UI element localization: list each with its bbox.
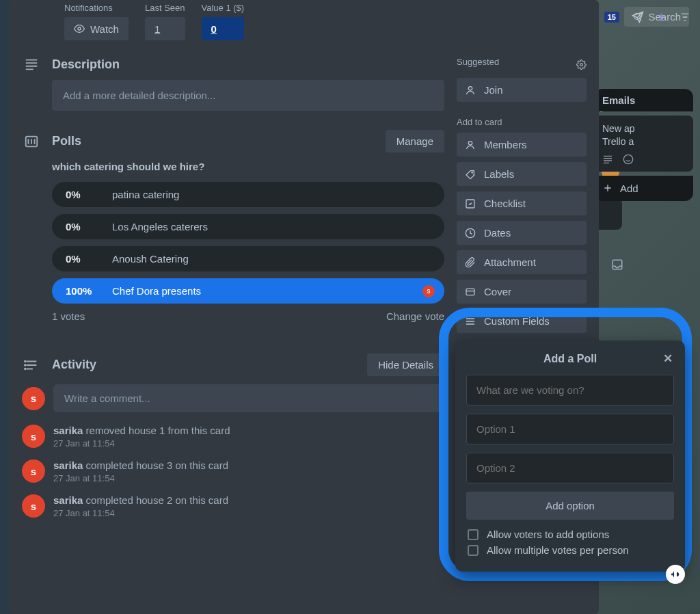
svg-rect-14 <box>466 289 474 295</box>
card-header-fields: Notifications Watch Last Seen 1 Value 1 … <box>22 0 587 40</box>
poll-option-1-input[interactable] <box>466 414 674 444</box>
user-avatar: s <box>22 494 45 518</box>
description-icon <box>22 57 41 72</box>
voter-badge: s <box>422 285 435 297</box>
dates-button[interactable]: Dates <box>457 221 587 245</box>
custom-fields-button[interactable]: Custom Fields <box>457 309 587 333</box>
cover-icon <box>465 286 476 297</box>
megaphone-icon[interactable] <box>666 565 685 584</box>
manage-polls-button[interactable]: Manage <box>386 130 444 152</box>
emoji-icon <box>623 154 634 165</box>
value1-label: Value 1 ($) <box>202 3 245 13</box>
value1-value[interactable]: 0 <box>202 17 245 40</box>
clock-icon <box>465 228 476 239</box>
search-placeholder: Search <box>648 11 681 23</box>
polls-title: Polls <box>52 134 375 148</box>
attachment-button[interactable]: Attachment <box>457 250 587 274</box>
poll-option[interactable]: 0% Los Angeles caterers <box>52 214 444 239</box>
lastseen-value[interactable]: 1 <box>145 17 185 40</box>
activity-item: s sarika removed house 1 from this card … <box>22 425 444 449</box>
allow-multi-vote-checkbox[interactable]: Allow multiple votes per person <box>466 542 674 558</box>
user-avatar: s <box>22 425 45 448</box>
tray-icon[interactable] <box>611 258 623 271</box>
search-input[interactable]: Search <box>624 7 689 27</box>
lastseen-label: Last Seen <box>145 3 185 13</box>
notification-badge: 15 <box>604 12 619 23</box>
notifications-label: Notifications <box>64 3 129 13</box>
poll-question: which catering should we hire? <box>52 161 444 172</box>
vote-count: 1 votes <box>52 310 85 322</box>
svg-point-9 <box>468 86 472 90</box>
close-icon[interactable]: ✕ <box>663 351 673 366</box>
svg-point-8 <box>580 64 583 66</box>
activity-section: Activity Hide Details s Write a comment.… <box>22 353 444 518</box>
labels-button[interactable]: Labels <box>457 162 587 186</box>
description-section: Description Add a more detailed descript… <box>22 57 444 111</box>
cover-button[interactable]: Cover <box>457 280 587 304</box>
checklist-button[interactable]: Checklist <box>457 191 587 215</box>
change-vote-link[interactable]: Change vote <box>386 310 444 322</box>
description-title: Description <box>52 57 444 72</box>
board-card[interactable]: New ap Trello a <box>594 116 693 172</box>
poll-option-2-input[interactable] <box>466 453 674 483</box>
members-button[interactable]: Members <box>457 133 587 157</box>
activity-time: 27 Jan at 11:54 <box>53 508 444 518</box>
add-poll-popover: Add a Poll ✕ Add option Allow voters to … <box>455 341 685 572</box>
column-title: Emails <box>602 94 635 106</box>
svg-point-7 <box>25 368 26 369</box>
user-icon <box>465 139 476 150</box>
svg-point-3 <box>78 27 81 30</box>
watch-button[interactable]: Watch <box>64 17 129 40</box>
activity-time: 27 Jan at 11:54 <box>53 473 444 483</box>
add-card-button[interactable]: Add <box>594 176 693 201</box>
poll-option[interactable]: 0% patina catering <box>52 182 444 207</box>
polls-icon <box>22 134 41 149</box>
align-icon <box>602 154 613 165</box>
hide-details-button[interactable]: Hide Details <box>367 353 444 376</box>
svg-point-2 <box>623 155 632 163</box>
column-header: Emails <box>594 89 693 111</box>
activity-title: Activity <box>52 358 356 372</box>
svg-point-10 <box>468 141 472 144</box>
tag-icon <box>465 169 476 180</box>
fields-icon <box>465 316 476 327</box>
svg-point-11 <box>472 172 472 172</box>
user-avatar: s <box>22 387 45 410</box>
popover-title: Add a Poll <box>543 353 597 364</box>
user-avatar: s <box>22 459 45 483</box>
svg-point-5 <box>25 360 26 362</box>
gear-icon[interactable] <box>576 59 587 70</box>
svg-point-0 <box>634 14 641 20</box>
board-column: Emails New ap Trello a Add <box>594 89 693 201</box>
allow-voters-add-checkbox[interactable]: Allow voters to add options <box>466 526 674 542</box>
paperclip-icon <box>465 257 476 268</box>
activity-item: s sarika completed house 2 on this card … <box>22 494 444 518</box>
check-icon <box>465 198 476 209</box>
user-icon <box>465 85 476 96</box>
add-to-card-label: Add to card <box>457 117 587 127</box>
add-option-button[interactable]: Add option <box>466 492 674 520</box>
poll-option[interactable]: 0% Anoush Catering <box>52 246 444 271</box>
activity-item: s sarika completed house 3 on this card … <box>22 459 444 483</box>
svg-point-6 <box>25 364 26 366</box>
description-input[interactable]: Add a more detailed description... <box>52 80 444 111</box>
poll-question-input[interactable] <box>466 375 674 405</box>
comment-input[interactable]: Write a comment... <box>53 384 444 412</box>
poll-option-selected[interactable]: 100% Chef Dora presents s <box>52 278 444 304</box>
activity-icon <box>22 358 41 373</box>
polls-section: Polls Manage which catering should we hi… <box>22 130 444 322</box>
join-button[interactable]: Join <box>457 78 587 102</box>
activity-time: 27 Jan at 11:54 <box>53 438 444 449</box>
suggested-label: Suggested <box>457 57 499 67</box>
